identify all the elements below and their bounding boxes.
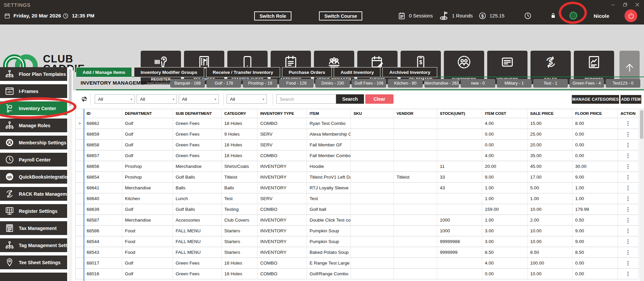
column-header-department[interactable]: DEPARTMENT [122, 109, 173, 118]
switch-role-button[interactable]: Switch Role [254, 11, 291, 20]
add-item-button[interactable]: ADD ITEM [620, 95, 641, 104]
column-header-sub-department[interactable]: SUB DEPARTMENT [173, 109, 222, 118]
kebab-menu-icon[interactable]: ⋮ [626, 217, 631, 223]
inventory-type-dropdown[interactable]: All ▾ [227, 94, 267, 104]
column-header-inventory-type[interactable]: INVENTORY TYPE [258, 109, 307, 118]
table-row[interactable]: >68662GolfGreen Fees18 HolesCOMBORyan Te… [76, 118, 639, 129]
rounds-indicator[interactable]: 1 Rounds [439, 11, 473, 20]
table-row[interactable]: 68640KitchenLunchTestSERVTest1.001.001.0… [76, 193, 639, 204]
tab-archived-inventory[interactable]: Archived Inventory [382, 67, 437, 77]
column-header-action[interactable]: ACTION [618, 109, 639, 118]
sessions-indicator[interactable]: 0 Sessions [398, 11, 433, 20]
balance-indicator[interactable]: $ 125.15 [478, 11, 504, 20]
category-chip-golf-178[interactable]: Golf - 178 [206, 79, 241, 88]
tab-receive-transfer-inventory[interactable]: Receive / Transfer Inventory [206, 67, 280, 77]
sidebar-scrollbar-thumb[interactable] [69, 69, 72, 106]
category-chip-proshop-19[interactable]: Proshop - 19 [243, 79, 277, 88]
column-header-item[interactable]: ITEM [307, 109, 351, 118]
column-header-sku[interactable]: SKU [351, 109, 394, 118]
table-row[interactable]: 68641MerchandiseBallsBallsINVENTORYRTJ L… [76, 183, 639, 193]
category-chip-merchandise-263[interactable]: Merchandise - 263 [424, 79, 459, 88]
kebab-menu-icon[interactable]: ⋮ [626, 174, 631, 180]
sidebar-item-quickbooksintegration[interactable]: qbQuickBooksIntegration [0, 170, 67, 184]
table-row[interactable]: 68544FoodFALL MENUStartersINVENTORYPumpk… [76, 236, 639, 247]
row-expander[interactable] [76, 258, 84, 269]
category-chip-drinks-230[interactable]: Drinks - 230 [315, 79, 350, 88]
row-expander[interactable] [76, 247, 84, 258]
minimize-icon[interactable] [610, 2, 616, 8]
search-button[interactable]: Search [336, 94, 364, 104]
category-chip-test-1[interactable]: Test - 1 [533, 79, 568, 88]
table-row[interactable]: 68658GolfGreen Fees18 HolesSERVFall Memb… [76, 140, 639, 150]
kebab-menu-icon[interactable]: ⋮ [626, 120, 631, 127]
category-chip-green-fees-4[interactable]: Green Fees - 4 [569, 79, 604, 88]
sidebar-item-i-frames[interactable]: </>I-Frames [0, 84, 67, 98]
sidebar-item-item[interactable] [0, 273, 67, 281]
kebab-menu-icon[interactable]: ⋮ [626, 206, 631, 213]
tab-inventory-modifier-groups[interactable]: Inventory Modifier Groups [134, 67, 204, 77]
column-header-stock-unit[interactable]: STOCK(UNIT) [437, 109, 482, 118]
power-button[interactable] [625, 9, 637, 22]
sidebar-item-tax-management[interactable]: TAXTax Management [0, 221, 67, 235]
kebab-menu-icon[interactable]: ⋮ [626, 249, 631, 255]
sidebar-item-rack-rate-manageme[interactable]: $RACK Rate Manageme... [0, 187, 67, 201]
table-scrollbar-thumb[interactable] [640, 110, 643, 139]
column-header-sale-price[interactable]: SALE PRICE [527, 109, 572, 118]
row-expander[interactable] [76, 150, 84, 161]
row-expander[interactable] [76, 193, 84, 204]
table-row[interactable]: 68543FoodFALL MENUStartersINVENTORYBaked… [76, 247, 639, 258]
table-row[interactable]: 68659GolfGreen Fees9 HolesSERVAlexa Memb… [76, 129, 639, 140]
department-dropdown[interactable]: All ▾ [95, 94, 135, 104]
table-row[interactable]: 68657GolfGreen Fees18 HolesCOMBOFall Mem… [76, 150, 639, 161]
tab-audit-inventory[interactable]: Audit Inventory [334, 67, 380, 77]
row-expander[interactable] [76, 172, 84, 183]
sidebar-item-tee-sheet-settings[interactable]: Tee Sheet Settings [0, 255, 67, 269]
kebab-menu-icon[interactable]: ⋮ [626, 185, 631, 191]
sidebar-item-floor-plan-templates[interactable]: Floor Plan Templates [0, 67, 67, 81]
kebab-menu-icon[interactable]: ⋮ [626, 195, 631, 202]
sidebar-item-inventory-center[interactable]: Inventory Center [0, 101, 67, 115]
table-row[interactable]: 68654ProshopGolf BallsTitleistINVENTORYT… [76, 172, 639, 183]
row-expander[interactable] [76, 215, 84, 226]
column-header-floor-price[interactable]: FLOOR PRICE [572, 109, 618, 118]
kebab-menu-icon[interactable]: ⋮ [626, 142, 631, 148]
kebab-menu-icon[interactable]: ⋮ [626, 152, 631, 159]
row-expander[interactable] [76, 183, 84, 193]
settings-gear-icon[interactable] [568, 10, 579, 21]
tab-add-manage-items[interactable]: Add / Manage Items [76, 67, 132, 77]
row-expander[interactable] [76, 226, 84, 236]
clear-button[interactable]: Clear [365, 94, 394, 104]
sidebar-item-register-settings[interactable]: Register Settings [0, 204, 67, 218]
category-chip-military-1[interactable]: Military - 1 [497, 79, 532, 88]
switch-course-button[interactable]: Switch Course [319, 11, 362, 20]
table-row[interactable]: 68639GolfGolf BallsTestingCOMBOGolf ball… [76, 204, 639, 215]
sidebar-item-payroll-center[interactable]: Payroll Center [0, 153, 67, 167]
column-header-category[interactable]: CATEGORY [222, 109, 258, 118]
category-dropdown[interactable]: All ▾ [179, 94, 219, 104]
kebab-menu-icon[interactable]: ⋮ [626, 238, 631, 245]
table-row[interactable]: 68017GolfGreen Fees18 HolesCOMBOE Range … [76, 258, 639, 269]
column-header-vendor[interactable]: VENDOR [394, 109, 437, 118]
row-expander[interactable] [76, 140, 84, 150]
category-chip-food-126[interactable]: Food - 126 [279, 79, 314, 88]
kebab-menu-icon[interactable]: ⋮ [626, 163, 631, 170]
row-expander[interactable]: > [76, 118, 84, 129]
sidebar-item-manage-roles[interactable]: Manage Roles [0, 119, 67, 132]
column-header-item-cost[interactable]: ITEM COST [482, 109, 527, 118]
kebab-menu-icon[interactable]: ⋮ [626, 260, 631, 266]
sub-department-dropdown[interactable]: All ▾ [137, 94, 177, 104]
time-clock-icon[interactable] [524, 12, 532, 20]
close-icon[interactable] [634, 2, 641, 8]
table-row[interactable]: 68586FoodFALL MENUStartersINVENTORYPumpk… [76, 226, 639, 236]
category-chip-banquet-168[interactable]: Banquet - 168 [170, 79, 205, 88]
category-chip-new-0[interactable]: new - 0 [461, 79, 495, 88]
row-expander[interactable] [76, 236, 84, 247]
category-chip-kitchen-80[interactable]: Kitchen - 80 [388, 79, 422, 88]
kebab-menu-icon[interactable]: ⋮ [626, 228, 631, 234]
search-input[interactable] [276, 94, 336, 104]
row-expander[interactable] [76, 161, 84, 172]
row-expander[interactable] [76, 269, 84, 279]
manage-categories-button[interactable]: MANAGE CATEGORIES [572, 95, 619, 104]
table-row[interactable]: 68587MerchandiseAccessoriesClub CoversIN… [76, 215, 639, 226]
kebab-menu-icon[interactable]: ⋮ [626, 131, 631, 137]
